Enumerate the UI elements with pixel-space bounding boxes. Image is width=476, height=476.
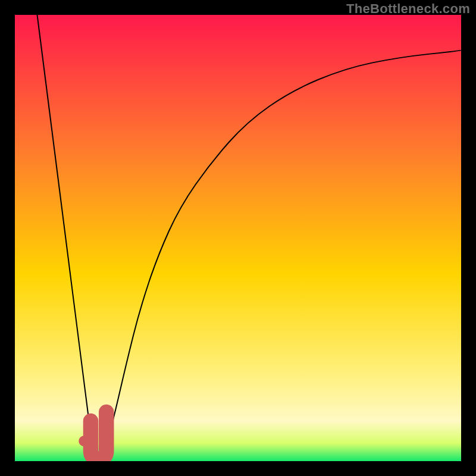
chart-background	[15, 15, 461, 461]
watermark-label: TheBottleneck.com	[346, 1, 470, 17]
chart-plot-area	[15, 15, 461, 461]
bottleneck-dot-icon	[79, 436, 89, 446]
chart-svg	[15, 15, 461, 461]
chart-frame: TheBottleneck.com	[0, 0, 476, 476]
